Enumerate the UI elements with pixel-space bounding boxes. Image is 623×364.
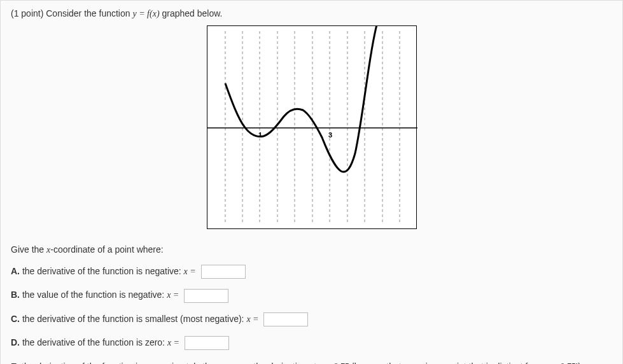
intro-text-suffix: -coordinate of a point where:: [50, 244, 163, 255]
part-e-text-after: !):: [575, 361, 583, 364]
part-e-value: x = 0.75: [319, 362, 349, 364]
part-b-label: B.: [11, 290, 20, 300]
answer-input-c[interactable]: [263, 312, 308, 326]
answer-input-b[interactable]: [184, 289, 228, 303]
graph-wrapper: 1 3: [11, 25, 612, 232]
problem-header: (1 point) Consider the function y = f(x)…: [11, 8, 612, 19]
tick-label-1: 1: [258, 131, 262, 139]
question-c: C. the derivative of the function is sma…: [11, 312, 612, 326]
question-d: D. the derivative of the function is zer…: [11, 335, 612, 350]
part-e-text-mid: (be sure that you give a point that is d…: [349, 361, 545, 364]
answer-input-a[interactable]: [201, 265, 246, 279]
header-equation: y = f(x): [132, 9, 159, 18]
header-suffix: graphed below.: [162, 8, 222, 18]
part-c-text: the derivative of the function is smalle…: [20, 314, 246, 324]
header-intro: Consider the function: [46, 8, 132, 18]
part-c-label: C.: [11, 314, 20, 324]
graph-svg: 1 3: [207, 26, 417, 230]
answer-input-d[interactable]: [185, 336, 229, 350]
part-e-label: E.: [11, 361, 19, 364]
question-b: B. the value of the function is negative…: [11, 288, 612, 302]
tick-label-3: 3: [328, 131, 332, 139]
question-intro: Give the x-coordinate of a point where:: [11, 244, 612, 255]
part-b-var: x =: [167, 290, 179, 300]
part-e-text-before: the derivative of the function is approx…: [19, 361, 319, 364]
part-a-label: A.: [11, 266, 20, 276]
part-b-text: the value of the function is negative:: [20, 290, 167, 300]
question-e: E. the derivative of the function is app…: [11, 360, 612, 364]
problem-container: (1 point) Consider the function y = f(x)…: [0, 0, 623, 364]
question-a: A. the derivative of the function is neg…: [11, 264, 612, 279]
points-label: (1 point): [11, 8, 43, 18]
part-c-var: x =: [246, 314, 258, 324]
function-curve: [225, 26, 378, 172]
part-e-value2: x = 0.75: [545, 362, 575, 364]
part-a-text: the derivative of the function is negati…: [20, 266, 184, 276]
intro-text-prefix: Give the: [11, 244, 46, 255]
part-a-var: x =: [184, 267, 196, 276]
part-d-label: D.: [11, 337, 20, 347]
part-d-var: x =: [167, 338, 179, 347]
part-d-text: the derivative of the function is zero:: [20, 337, 167, 347]
function-graph: 1 3: [207, 25, 417, 229]
